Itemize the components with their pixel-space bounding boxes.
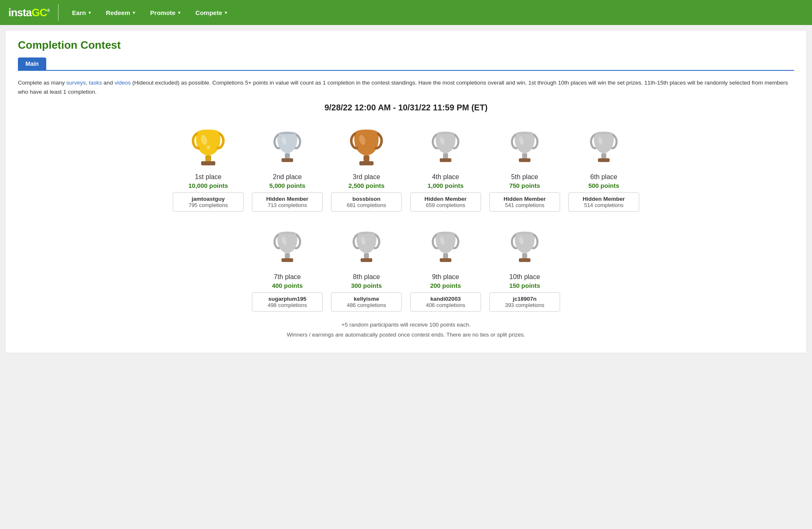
place-rank: 10th place bbox=[509, 273, 540, 281]
place-points: 1,000 points bbox=[428, 182, 464, 189]
place-item: 5th place750 pointsHidden Member541 comp… bbox=[489, 124, 560, 212]
navbar-divider bbox=[58, 4, 59, 21]
svg-rect-11 bbox=[359, 161, 374, 165]
navbar: instaGC® Earn ▼ Redeem ▼ Promote ▼ Compe… bbox=[0, 0, 812, 25]
member-box: jamtoastguy795 completions bbox=[173, 192, 244, 212]
place-points: 10,000 points bbox=[188, 182, 228, 189]
member-completions: 681 completions bbox=[336, 202, 396, 208]
compete-arrow-icon: ▼ bbox=[224, 10, 228, 15]
place-rank: 4th place bbox=[432, 173, 459, 181]
nav-menu: Earn ▼ Redeem ▼ Promote ▼ Compete ▼ bbox=[67, 6, 233, 20]
redeem-arrow-icon: ▼ bbox=[132, 10, 136, 15]
member-name: jamtoastguy bbox=[178, 196, 238, 202]
svg-text:★: ★ bbox=[205, 144, 211, 151]
place-item: 7th place400 pointssugarplum195498 compl… bbox=[252, 224, 323, 312]
svg-rect-30 bbox=[364, 253, 369, 258]
page-title: Completion Contest bbox=[18, 39, 794, 52]
member-box: kandi02003406 completions bbox=[410, 292, 481, 312]
place-points: 400 points bbox=[272, 282, 303, 289]
member-name: jc18907n bbox=[495, 296, 555, 302]
place-points: 200 points bbox=[430, 282, 461, 289]
place-rank: 5th place bbox=[511, 173, 538, 181]
member-box: kellyisme486 completions bbox=[331, 292, 402, 312]
place-points: 2,500 points bbox=[349, 182, 385, 189]
place-rank: 9th place bbox=[432, 273, 459, 281]
svg-rect-38 bbox=[522, 253, 527, 258]
trophy-icon bbox=[267, 224, 308, 270]
place-item: 8th place300 pointskellyisme486 completi… bbox=[331, 224, 402, 312]
trophy-icon bbox=[346, 224, 387, 270]
member-name: bossbison bbox=[336, 196, 396, 202]
description: Complete as many surveys, tasks and vide… bbox=[18, 78, 794, 96]
tabs-bar: Main bbox=[18, 57, 794, 71]
member-completions: 486 completions bbox=[336, 302, 396, 308]
trophy-icon bbox=[425, 224, 466, 270]
nav-redeem[interactable]: Redeem ▼ bbox=[101, 6, 141, 20]
main-content: Completion Contest Main Complete as many… bbox=[5, 30, 807, 353]
member-completions: 514 completions bbox=[574, 202, 634, 208]
place-points: 750 points bbox=[509, 182, 540, 189]
trophy-icon bbox=[583, 124, 625, 170]
place-item: 10th place150 pointsjc18907n393 completi… bbox=[489, 224, 560, 312]
svg-rect-22 bbox=[601, 153, 606, 158]
member-name: kellyisme bbox=[336, 296, 396, 302]
place-rank: 1st place bbox=[195, 173, 222, 181]
earn-arrow-icon: ▼ bbox=[87, 10, 92, 15]
place-rank: 2nd place bbox=[273, 173, 301, 181]
footer-notes: +5 random participants will receive 100 … bbox=[18, 320, 794, 340]
member-name: Hidden Member bbox=[495, 196, 555, 202]
svg-rect-34 bbox=[443, 253, 448, 258]
svg-rect-26 bbox=[285, 253, 290, 258]
place-rank: 3rd place bbox=[353, 173, 380, 181]
trophy-icon bbox=[346, 124, 387, 170]
svg-rect-1 bbox=[205, 155, 211, 161]
trophy-icon bbox=[425, 124, 466, 170]
member-name: Hidden Member bbox=[416, 196, 476, 202]
svg-rect-10 bbox=[364, 155, 369, 161]
logo-insta: insta bbox=[8, 6, 32, 19]
place-item: ★ 1st place10,000 pointsjamtoastguy795 c… bbox=[173, 124, 244, 212]
nav-promote[interactable]: Promote ▼ bbox=[145, 6, 187, 20]
svg-rect-19 bbox=[519, 158, 531, 162]
svg-rect-18 bbox=[522, 153, 527, 158]
trophy-icon: ★ bbox=[187, 124, 229, 170]
nav-compete[interactable]: Compete ▼ bbox=[190, 6, 233, 20]
member-completions: 713 completions bbox=[257, 202, 317, 208]
videos-link[interactable]: videos bbox=[115, 80, 131, 86]
promote-arrow-icon: ▼ bbox=[177, 10, 181, 15]
place-rank: 8th place bbox=[353, 273, 380, 281]
member-box: jc18907n393 completions bbox=[489, 292, 560, 312]
member-box: Hidden Member541 completions bbox=[489, 192, 560, 212]
place-points: 300 points bbox=[351, 282, 382, 289]
surveys-link[interactable]: surveys bbox=[66, 80, 86, 86]
place-points: 5,000 points bbox=[269, 182, 306, 189]
svg-rect-31 bbox=[361, 258, 372, 262]
place-rank: 7th place bbox=[274, 273, 301, 281]
tab-main[interactable]: Main bbox=[18, 57, 46, 71]
tasks-link[interactable]: tasks bbox=[89, 80, 102, 86]
svg-rect-35 bbox=[440, 258, 451, 262]
place-item: 3rd place2,500 pointsbossbison681 comple… bbox=[331, 124, 402, 212]
places-row-2: 7th place400 pointssugarplum195498 compl… bbox=[18, 224, 794, 312]
trophy-icon bbox=[267, 124, 308, 170]
member-completions: 795 completions bbox=[178, 202, 238, 208]
svg-rect-23 bbox=[598, 158, 610, 162]
svg-rect-6 bbox=[285, 153, 290, 158]
place-item: 6th place500 pointsHidden Member514 comp… bbox=[568, 124, 639, 212]
svg-rect-27 bbox=[281, 258, 293, 262]
member-box: sugarplum195498 completions bbox=[252, 292, 323, 312]
member-completions: 393 completions bbox=[495, 302, 555, 308]
svg-rect-15 bbox=[440, 158, 451, 162]
trophy-icon bbox=[504, 224, 545, 270]
place-points: 500 points bbox=[588, 182, 619, 189]
member-name: Hidden Member bbox=[257, 196, 317, 202]
place-item: 4th place1,000 pointsHidden Member659 co… bbox=[410, 124, 481, 212]
svg-rect-2 bbox=[201, 161, 215, 165]
places-row-1: ★ 1st place10,000 pointsjamtoastguy795 c… bbox=[18, 124, 794, 212]
member-name: kandi02003 bbox=[416, 296, 476, 302]
member-name: Hidden Member bbox=[574, 196, 634, 202]
svg-rect-7 bbox=[281, 158, 293, 162]
place-item: 9th place200 pointskandi02003406 complet… bbox=[410, 224, 481, 312]
member-completions: 406 completions bbox=[416, 302, 476, 308]
nav-earn[interactable]: Earn ▼ bbox=[67, 6, 97, 20]
